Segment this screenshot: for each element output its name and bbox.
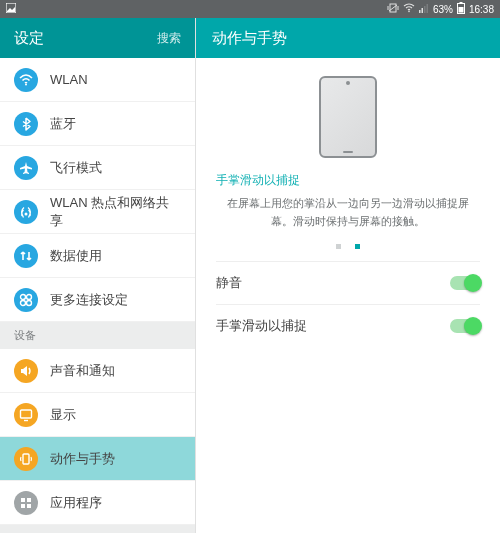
display-icon — [14, 403, 38, 427]
sidebar-item-display[interactable]: 显示 — [0, 393, 195, 437]
battery-icon — [457, 2, 465, 16]
sidebar-item-bluetooth[interactable]: 蓝牙 — [0, 102, 195, 146]
hotspot-icon — [14, 200, 38, 224]
signal-icon — [419, 3, 429, 15]
svg-rect-21 — [27, 504, 31, 508]
sidebar-item-apps[interactable]: 应用程序 — [0, 481, 195, 525]
sound-icon — [14, 359, 38, 383]
data-icon — [14, 244, 38, 268]
toggle-label: 静音 — [216, 274, 242, 292]
toggle-row-0[interactable]: 静音 — [216, 261, 480, 304]
svg-rect-4 — [421, 8, 423, 13]
sidebar-header: 设定 搜索 — [0, 18, 195, 58]
tip-text: 在屏幕上用您的掌沿从一边向另一边滑动以捕捉屏幕。滑动时保持与屏幕的接触。 — [216, 195, 480, 230]
sidebar-list: WLAN蓝牙飞行模式WLAN 热点和网络共享数据使用更多连接设定 设备 声音和通… — [0, 58, 195, 533]
svg-rect-18 — [21, 498, 25, 502]
sidebar-item-label: 更多连接设定 — [50, 291, 128, 309]
svg-point-13 — [27, 294, 32, 299]
bluetooth-icon — [14, 112, 38, 136]
dot-2[interactable] — [355, 244, 360, 249]
motion-icon — [14, 447, 38, 471]
svg-rect-9 — [458, 7, 463, 13]
settings-sidebar: 设定 搜索 WLAN蓝牙飞行模式WLAN 热点和网络共享数据使用更多连接设定 设… — [0, 18, 196, 533]
svg-point-12 — [21, 294, 26, 299]
svg-rect-5 — [424, 6, 426, 13]
sidebar-item-motion[interactable]: 动作与手势 — [0, 437, 195, 481]
sidebar-item-airplane[interactable]: 飞行模式 — [0, 146, 195, 190]
wifi-icon — [14, 68, 38, 92]
svg-rect-20 — [21, 504, 25, 508]
toggle-label: 手掌滑动以捕捉 — [216, 317, 307, 335]
sidebar-item-label: WLAN — [50, 72, 88, 87]
sidebar-item-label: 动作与手势 — [50, 450, 115, 468]
sidebar-item-label: 飞行模式 — [50, 159, 102, 177]
sidebar-item-label: 蓝牙 — [50, 115, 76, 133]
more-icon — [14, 288, 38, 312]
sidebar-item-label: 声音和通知 — [50, 362, 115, 380]
picture-icon — [6, 3, 16, 15]
clock: 16:38 — [469, 4, 494, 15]
section-device: 设备 — [0, 322, 195, 349]
sidebar-item-hotspot[interactable]: WLAN 热点和网络共享 — [0, 190, 195, 234]
toggle-row-1[interactable]: 手掌滑动以捕捉 — [216, 304, 480, 347]
illustration — [216, 76, 480, 158]
battery-percent: 63% — [433, 4, 453, 15]
airplane-icon — [14, 156, 38, 180]
svg-point-10 — [25, 83, 27, 85]
sidebar-item-sound[interactable]: 声音和通知 — [0, 349, 195, 393]
svg-rect-6 — [426, 4, 428, 13]
apps-icon — [14, 491, 38, 515]
svg-rect-19 — [27, 498, 31, 502]
sidebar-item-data[interactable]: 数据使用 — [0, 234, 195, 278]
sidebar-item-label: WLAN 热点和网络共享 — [50, 194, 181, 230]
vibrate-icon — [387, 3, 399, 15]
sidebar-item-label: 应用程序 — [50, 494, 102, 512]
page-indicator[interactable] — [216, 244, 480, 249]
toggle-switch[interactable] — [450, 276, 480, 290]
tip-title: 手掌滑动以捕捉 — [216, 172, 480, 189]
svg-rect-3 — [419, 10, 421, 13]
main-pane: 动作与手势 手掌滑动以捕捉 在屏幕上用您的掌沿从一边向另一边滑动以捕捉屏幕。滑动… — [196, 18, 500, 533]
main-title: 动作与手势 — [196, 18, 500, 58]
wifi-icon — [403, 3, 415, 15]
sidebar-item-label: 数据使用 — [50, 247, 102, 265]
svg-point-2 — [408, 11, 410, 13]
sidebar-item-label: 显示 — [50, 406, 76, 424]
svg-point-14 — [21, 300, 26, 305]
search-button[interactable]: 搜索 — [157, 30, 181, 47]
dot-1[interactable] — [336, 244, 341, 249]
status-bar: 63% 16:38 — [0, 0, 500, 18]
toggle-switch[interactable] — [450, 319, 480, 333]
svg-point-11 — [25, 212, 28, 215]
svg-rect-17 — [23, 454, 29, 464]
section-personal: 个人 — [0, 525, 195, 533]
sidebar-item-more[interactable]: 更多连接设定 — [0, 278, 195, 322]
sidebar-item-wifi[interactable]: WLAN — [0, 58, 195, 102]
svg-point-15 — [27, 300, 32, 305]
svg-rect-16 — [21, 410, 32, 418]
sidebar-title: 设定 — [14, 29, 157, 48]
